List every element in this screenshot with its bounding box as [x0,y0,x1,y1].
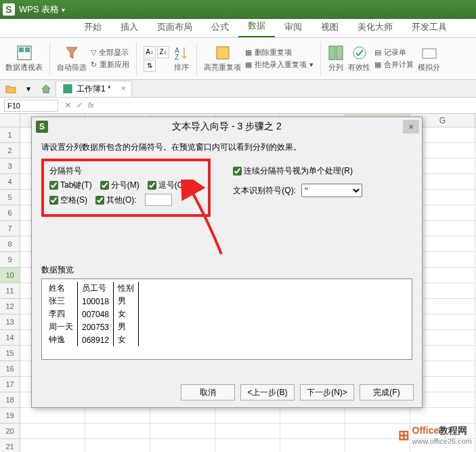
checkbox-consecutive[interactable]: 连续分隔符号视为单个处理(R) [233,165,362,177]
cell[interactable] [280,424,345,439]
filter-icon [64,45,80,61]
back-button[interactable]: <上一步(B) [240,384,295,400]
tab-layout[interactable]: 页面布局 [148,17,202,37]
fx-cancel-icon[interactable]: ✕ [65,101,71,110]
cell[interactable] [215,408,280,424]
cell[interactable] [85,408,150,424]
reject-icon: ▦ [245,60,252,69]
cell[interactable] [20,439,85,452]
cell[interactable] [150,424,215,439]
sort-asc-icon[interactable]: A↓ [144,46,156,58]
row-header[interactable]: 16 [0,361,20,377]
checkbox-comma[interactable]: 逗号(C) [148,180,186,191]
row-header[interactable]: 10 [0,268,20,283]
row-header[interactable]: 19 [0,408,20,424]
cell[interactable] [215,439,280,452]
row-header[interactable]: 17 [0,377,20,392]
cell[interactable] [20,424,85,439]
ribbon-reapply[interactable]: ↻重新应用 [91,60,129,70]
table-row: 周一天200753男 [45,321,139,333]
text-qualifier-label: 文本识别符号(Q): [233,185,296,197]
row-header[interactable]: 2 [0,143,20,159]
cell[interactable] [410,408,475,424]
ribbon-split[interactable]: 分列 [328,45,344,73]
row-header[interactable]: 4 [0,174,20,190]
ribbon-whatif[interactable]: 模拟分 [418,45,440,73]
cell[interactable] [85,439,150,452]
cell[interactable] [215,424,280,439]
tab-insert[interactable]: 插入 [111,17,148,37]
select-all-corner[interactable] [0,114,20,127]
checkbox-space[interactable]: 空格(S) [49,194,87,206]
ribbon-sort[interactable]: AZ 排序 [173,45,190,73]
row-header[interactable]: 21 [0,439,20,452]
other-delimiter-input[interactable] [145,194,172,206]
dialog-title: 文本导入向导 - 3 步骤之 2 [172,121,282,133]
watermark: ⊞ Office教程网 www.office26.com [398,425,472,445]
tab-data[interactable]: 数据 [238,16,275,37]
row-header[interactable]: 3 [0,159,20,174]
doc-tab[interactable]: 工作簿1 * × [56,81,132,97]
ribbon-highlight-dup[interactable]: 高亮重复项 [204,45,241,73]
row-header[interactable]: 7 [0,221,20,237]
cell[interactable] [345,408,410,424]
tab-view[interactable]: 视图 [311,17,348,37]
dialog-close-button[interactable]: × [403,120,419,133]
titlebar-dropdown-icon[interactable]: ▾ [62,6,65,14]
cell[interactable] [280,439,345,452]
close-icon[interactable]: × [121,84,126,94]
row-header[interactable]: 18 [0,392,20,408]
tab-start[interactable]: 开始 [74,17,111,37]
tab-review[interactable]: 审阅 [275,17,311,37]
fx-accept-icon[interactable]: ✓ [77,101,83,110]
row-header[interactable]: 5 [0,190,20,205]
consolidate-icon: ▦ [374,60,381,69]
ribbon-deldup[interactable]: ▦删除重复项 [245,47,313,58]
doc-tabs: ▾ 工作簿1 * × [0,80,476,98]
ribbon-record[interactable]: ▤记录单 [374,47,414,58]
checkbox-tab[interactable]: Tab键(T) [49,180,92,191]
row-header[interactable]: 15 [0,346,20,361]
ribbon: 数据透视表 自动筛选 ▽全部显示 ↻重新应用 A↓ Z↓ ⇅ AZ 排序 高亮重… [0,38,476,80]
cell[interactable] [280,408,345,424]
checkbox-semicolon[interactable]: 分号(M) [100,180,139,191]
dialog-hint: 请设置分列数据所包含的分隔符号。在预览窗口内可以看到分列的效果。 [41,142,412,153]
cancel-button[interactable]: 取消 [181,384,235,400]
row-header[interactable]: 6 [0,205,20,221]
row-header[interactable]: 13 [0,314,20,330]
checkbox-other[interactable]: 其他(O): [95,194,137,206]
ribbon-autofilter[interactable]: 自动筛选 [57,45,87,73]
ribbon-rejectdup[interactable]: ▦拒绝录入重复项▾ [245,60,313,70]
row-header[interactable]: 12 [0,299,20,314]
fx-icon[interactable]: fx [88,101,94,110]
row-header[interactable]: 14 [0,330,20,346]
row-header[interactable]: 20 [0,424,20,439]
tab-formula[interactable]: 公式 [202,17,238,37]
cell[interactable] [20,408,85,424]
tab-beautify[interactable]: 美化大师 [348,17,402,37]
text-qualifier-select[interactable]: " [301,184,362,197]
new-doc-icon[interactable]: ▾ [20,82,37,96]
row-header[interactable]: 1 [0,127,20,143]
finish-button[interactable]: 完成(F) [360,384,414,400]
ribbon-showall[interactable]: ▽全部显示 [91,47,129,58]
open-folder-icon[interactable] [3,82,19,96]
row-header[interactable]: 9 [0,252,20,268]
table-row: 李四007048女 [45,308,139,321]
sort-desc-icon[interactable]: Z↓ [157,46,169,58]
refresh-icon: ↻ [91,60,97,69]
cell[interactable] [85,424,150,439]
ribbon-validity[interactable]: 有效性 [348,45,370,73]
ribbon-consolidate[interactable]: ▦合并计算 [374,60,414,70]
row-header[interactable]: 8 [0,237,20,252]
ribbon-pivot[interactable]: 数据透视表 [5,45,43,73]
name-box[interactable]: F10 [4,100,58,112]
cell[interactable] [150,439,215,452]
next-button[interactable]: 下一步(N)> [300,384,354,400]
sheet-icon [63,84,72,94]
row-header[interactable]: 11 [0,283,20,299]
tab-dev[interactable]: 开发工具 [402,17,456,37]
sort-custom-icon[interactable]: ⇅ [144,60,156,72]
home-icon[interactable] [38,82,54,96]
cell[interactable] [150,408,215,424]
